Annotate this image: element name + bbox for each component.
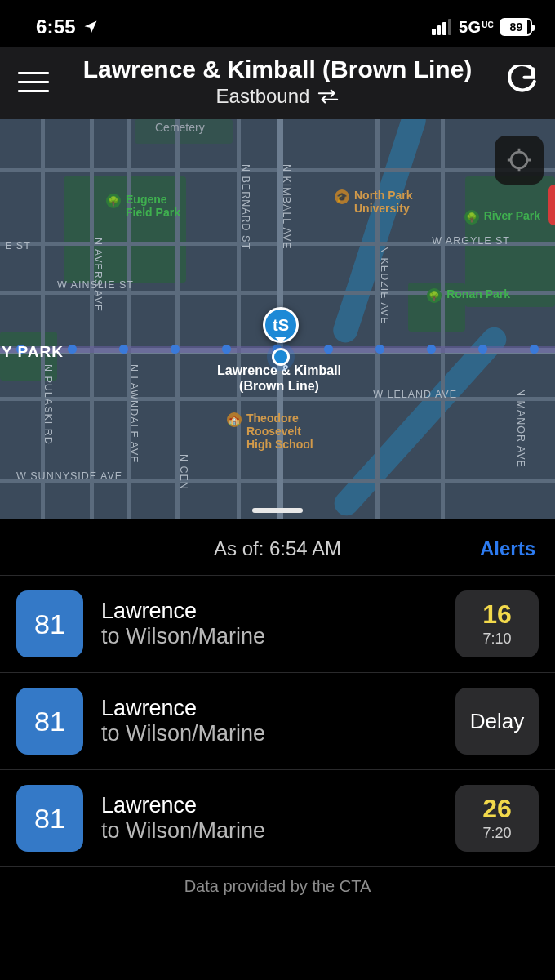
- route-badge: 81: [16, 590, 83, 657]
- status-left: 6:55: [36, 16, 99, 38]
- route-destination: to Wilson/Marine: [101, 818, 437, 844]
- data-attribution: Data provided by the CTA: [0, 866, 555, 899]
- sheet-drag-handle[interactable]: [252, 508, 303, 513]
- school-icon: 🏫: [227, 412, 242, 427]
- signal-bars-icon: [432, 19, 451, 35]
- status-right: 5GUC 89: [432, 18, 532, 37]
- street-label: N LAWNDALE AVE: [128, 364, 140, 464]
- stop-marker[interactable]: tS: [263, 307, 299, 366]
- poi-school: 🏫 Theodore Roosevelt High School: [227, 412, 313, 451]
- swap-direction-icon: [317, 88, 339, 105]
- street-label: N KIMBALL AVE: [281, 164, 292, 250]
- network-label: 5GUC: [459, 18, 494, 37]
- stop-marker-label: Lawrence & Kimball(Brown Line): [206, 363, 353, 394]
- eta-delay: Delay: [470, 710, 524, 732]
- street-label: N CEN: [178, 454, 189, 490]
- eta-minutes: 16: [482, 601, 512, 627]
- battery-icon: 89: [500, 18, 532, 36]
- route-name: Lawrence: [101, 599, 437, 624]
- stop-title: Lawrence & Kimball (Brown Line): [62, 56, 493, 83]
- refresh-button[interactable]: [501, 61, 542, 102]
- app-header: Lawrence & Kimball (Brown Line) Eastboun…: [0, 47, 555, 119]
- tree-icon: 🌳: [464, 210, 479, 225]
- poi-park: 🌳 Ronan Park: [427, 287, 510, 303]
- tree-icon: 🌳: [106, 194, 121, 208]
- route-text: Lawrence to Wilson/Marine: [101, 599, 437, 649]
- map-label-cemetery: Cemetery: [155, 121, 205, 134]
- route-name: Lawrence: [101, 696, 437, 721]
- road: [441, 119, 445, 519]
- arrival-row[interactable]: 81 Lawrence to Wilson/Marine 26 7:20: [0, 769, 555, 866]
- arrival-row[interactable]: 81 Lawrence to Wilson/Marine 16 7:10: [0, 575, 555, 672]
- status-bar: 6:55 5GUC 89: [0, 0, 555, 47]
- as-of-label: As of: 6:54 AM: [214, 537, 341, 560]
- direction-toggle[interactable]: Eastbound: [62, 85, 493, 108]
- recenter-button[interactable]: [495, 136, 544, 185]
- arrival-row[interactable]: 81 Lawrence to Wilson/Marine Delay: [0, 672, 555, 769]
- street-label: N PULASKI RD: [42, 364, 54, 445]
- route-name: Lawrence: [101, 793, 437, 818]
- timestamp-row: As of: 6:54 AM Alerts: [0, 519, 555, 575]
- street-label: E ST: [5, 240, 31, 252]
- street-label: N MANOR AVE: [515, 389, 526, 468]
- poi-park: 🌳 Eugene Field Park: [106, 193, 180, 219]
- eta-badge: 26 7:20: [455, 785, 539, 852]
- route-badge: 81: [16, 785, 83, 852]
- street-label: N KEDZIE AVE: [379, 246, 390, 325]
- route-badge: 81: [16, 688, 83, 755]
- location-services-icon: [82, 19, 99, 35]
- road: [41, 119, 45, 519]
- menu-button[interactable]: [13, 61, 54, 102]
- street-label: W LELAND AVE: [373, 389, 457, 400]
- map-edge-marker: [548, 185, 555, 225]
- alerts-link[interactable]: Alerts: [480, 537, 535, 560]
- eta-minutes: 26: [482, 795, 512, 822]
- eta-badge: Delay: [455, 688, 539, 755]
- street-label: W SUNNYSIDE AVE: [16, 470, 122, 482]
- school-icon: 🎓: [335, 189, 349, 204]
- street-label: N AVERS AVE: [92, 238, 104, 312]
- park-name-overlay: Y PARK: [2, 343, 64, 361]
- route-destination: to Wilson/Marine: [101, 721, 437, 746]
- poi-university: 🎓 North Park University: [335, 189, 413, 215]
- route-destination: to Wilson/Marine: [101, 624, 437, 649]
- map-view[interactable]: W AINSLIE ST W ARGYLE ST W LELAND AVE W …: [0, 119, 555, 519]
- road: [90, 119, 94, 519]
- street-label: N BERNARD ST: [240, 164, 251, 250]
- marker-icon: tS: [263, 307, 299, 343]
- refresh-icon: [504, 65, 539, 99]
- eta-badge: 16 7:10: [455, 590, 539, 657]
- status-time: 6:55: [36, 16, 76, 38]
- svg-point-0: [511, 152, 527, 168]
- crosshair-icon: [505, 146, 533, 174]
- header-title-block[interactable]: Lawrence & Kimball (Brown Line) Eastboun…: [62, 56, 493, 108]
- route-text: Lawrence to Wilson/Marine: [101, 696, 437, 746]
- street-label: W ARGYLE ST: [432, 235, 510, 247]
- marker-ring-icon: [272, 348, 290, 366]
- poi-park: 🌳 River Park: [464, 209, 540, 225]
- route-text: Lawrence to Wilson/Marine: [101, 793, 437, 844]
- eta-time: 7:10: [482, 630, 511, 648]
- eta-time: 7:20: [482, 825, 511, 842]
- tree-icon: 🌳: [427, 288, 442, 303]
